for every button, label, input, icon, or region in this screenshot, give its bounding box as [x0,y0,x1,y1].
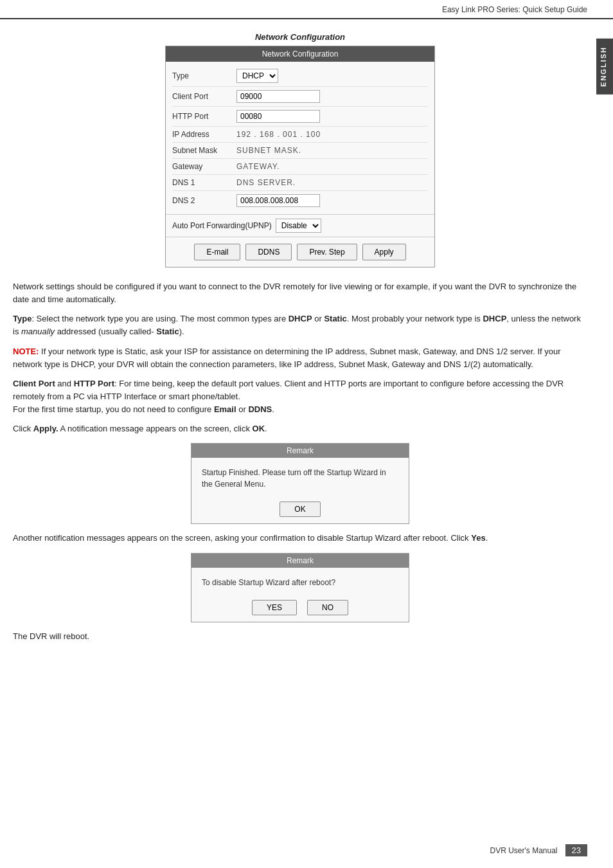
type-select[interactable]: DHCP Static [236,69,278,83]
net-row-ip: IP Address 192 . 168 . 001 . 100 [172,127,428,143]
net-row-type: Type DHCP Static [172,66,428,87]
dhcp-bold: DHCP [289,314,312,323]
config-buttons: E-mail DDNS Prev. Step Apply [166,237,434,267]
apply-bold: Apply. [33,424,58,433]
ok-button[interactable]: OK [280,502,320,517]
dhcp-bold-2: DHCP [483,314,506,323]
net-row-client-port: Client Port [172,87,428,107]
page-header: Easy Link PRO Series: Quick Setup Guide [0,0,613,19]
header-title: Easy Link PRO Series: Quick Setup Guide [442,5,587,14]
body-para-1: Network settings should be configured if… [13,280,587,306]
remark-body-1: Startup Finished. Please turn off the St… [191,458,409,495]
subnet-text: SUBNET MASK. [236,146,301,155]
value-dns2 [236,194,428,207]
net-row-dns2: DNS 2 [172,191,428,210]
body-para-6: Another notification messages appears on… [13,532,587,545]
label-ip: IP Address [172,130,236,139]
client-port-input[interactable] [236,90,320,103]
remark-btn-row-1: OK [191,495,409,523]
body-para-7: The DVR will reboot. [13,630,587,643]
auto-port-row: Auto Port Forwarding(UPNP) Disable Enabl… [166,214,434,237]
note-label: NOTE: [13,347,39,356]
net-row-gateway: Gateway GATEWAY. [172,159,428,175]
no-button[interactable]: NO [307,600,348,615]
manually-italic: manually [21,327,55,336]
value-http-port [236,110,428,123]
network-config-box: Network Configuration Type DHCP Static C… [165,46,435,267]
body-para-3: NOTE: If your network type is Static, as… [13,345,587,371]
section-title: Network Configuration [13,32,587,42]
value-ip: 192 . 168 . 001 . 100 [236,130,428,139]
value-gateway: GATEWAY. [236,162,428,171]
email-button[interactable]: E-mail [194,244,240,260]
label-gateway: Gateway [172,162,236,171]
net-config-body: Type DHCP Static Client Port HTTP Port [166,62,434,214]
remark-header-1: Remark [191,444,409,458]
label-client-port: Client Port [172,92,236,101]
net-row-dns1: DNS 1 DNS SERVER. [172,175,428,191]
value-type[interactable]: DHCP Static [236,69,428,83]
client-port-bold: Client Port [13,379,55,388]
label-http-port: HTTP Port [172,112,236,121]
type-label: Type [13,314,31,323]
yes-bold: Yes [471,533,485,543]
dns2-input[interactable] [236,194,320,207]
ddns-bold: DDNS [248,404,272,414]
auto-port-select[interactable]: Disable Enable [276,219,321,233]
static-bold: Static [324,314,346,323]
language-tab: ENGLISH [596,39,613,95]
label-dns1: DNS 1 [172,178,236,187]
footer-label: DVR User's Manual [490,846,558,855]
main-content: Network Configuration Network Configurat… [0,19,613,662]
ip-text: 192 . 168 . 001 . 100 [236,130,321,139]
label-type: Type [172,71,236,80]
body-para-2: Type: Select the network type you are us… [13,312,587,338]
body-para-5: Click Apply. A notification message appe… [13,422,587,435]
static-bold-2: Static [156,327,179,336]
gateway-text: GATEWAY. [236,162,280,171]
remark-box-1: Remark Startup Finished. Please turn off… [191,443,409,524]
page-footer: DVR User's Manual 23 [490,844,587,856]
yes-button[interactable]: YES [252,600,297,615]
remark-header-2: Remark [191,554,409,568]
email-bold: Email [214,404,236,414]
body-para-4: Client Port and HTTP Port: For time bein… [13,377,587,416]
ddns-button[interactable]: DDNS [245,244,292,260]
value-dns1: DNS SERVER. [236,178,428,187]
value-subnet: SUBNET MASK. [236,146,428,155]
remark-btn-row-2: YES NO [191,593,409,622]
label-subnet: Subnet Mask [172,146,236,155]
value-client-port [236,90,428,103]
remark-box-2: Remark To disable Startup Wizard after r… [191,553,409,622]
label-dns2: DNS 2 [172,196,236,205]
ok-bold: OK [253,424,265,433]
net-config-header: Network Configuration [166,46,434,62]
page-number: 23 [565,844,587,856]
auto-port-label: Auto Port Forwarding(UPNP) [172,221,272,230]
http-port-input[interactable] [236,110,320,123]
net-row-http-port: HTTP Port [172,107,428,127]
apply-button[interactable]: Apply [362,244,406,260]
http-port-bold: HTTP Port [74,379,114,388]
dns1-text: DNS SERVER. [236,178,296,187]
net-row-subnet: Subnet Mask SUBNET MASK. [172,143,428,159]
remark-body-2: To disable Startup Wizard after reboot? [191,568,409,593]
prev-step-button[interactable]: Prev. Step [297,244,357,260]
